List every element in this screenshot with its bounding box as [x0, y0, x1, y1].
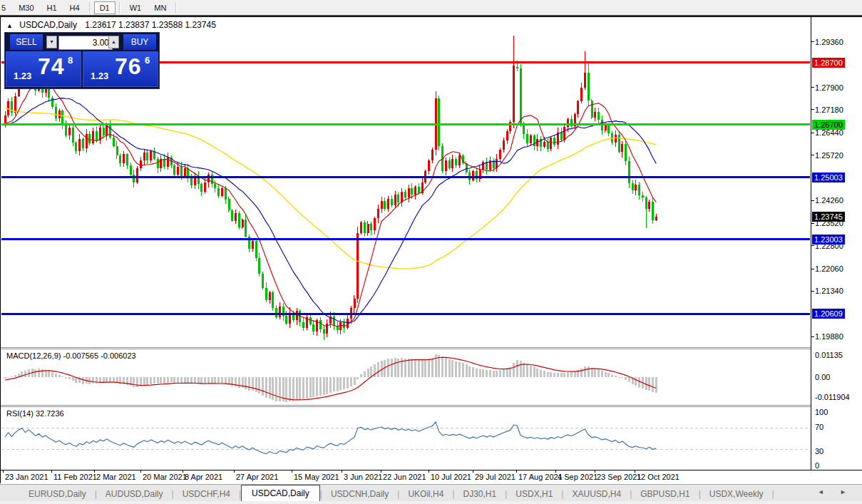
- price-tick-mark: [811, 155, 814, 155]
- toolbar-separator: [175, 2, 177, 13]
- date-tick-label: 17 Aug 2021: [518, 473, 563, 481]
- price-tick-label: 1.27180: [815, 106, 843, 114]
- timeframe-button-d1[interactable]: D1: [94, 1, 116, 14]
- date-tick-label: 4 Sep 2021: [558, 473, 597, 481]
- level-price-badge: 1.28700: [812, 58, 845, 68]
- macd-axis-label: 0.00: [815, 373, 830, 381]
- ohlc-values: 1.23617 1.23837 1.23588 1.23745: [85, 20, 216, 30]
- date-tick-mark: [342, 470, 342, 473]
- chart-tab-gbpusd-h1[interactable]: GBPUSD,H1: [632, 487, 698, 501]
- sell-price-box[interactable]: 1.23 74 8: [6, 51, 81, 87]
- panel-toggle-icon[interactable]: ▲: [6, 22, 13, 29]
- date-tick-mark: [234, 470, 235, 473]
- macd-label: MACD(12,26,9) -0.007565 -0.006023: [6, 351, 136, 360]
- price-tick-mark: [811, 245, 814, 246]
- price-tick-mark: [811, 223, 814, 224]
- rsi-axis-label: 70: [815, 423, 823, 431]
- sell-price-sup: 8: [68, 55, 73, 66]
- one-click-trading-panel: SELL ▼ ▲ BUY 1.23 74 8 1.23 76 6: [4, 32, 160, 89]
- date-axis[interactable]: 23 Jan 202111 Feb 20212 Mar 202120 Mar 2…: [1, 470, 862, 484]
- sell-price-small: 1.23: [14, 71, 31, 81]
- date-tick-mark: [292, 470, 292, 473]
- price-tick-mark: [811, 133, 814, 133]
- date-tick-mark: [3, 470, 4, 473]
- date-tick-mark: [473, 470, 473, 473]
- symbol-title: USDCAD,Daily: [19, 20, 77, 30]
- current-price-badge: 1.23745: [812, 212, 845, 222]
- rsi-indicator-pane[interactable]: [1, 408, 810, 470]
- date-tick-label: 10 Jul 2021: [431, 473, 471, 481]
- tab-scroll-arrows: ◄ ►: [818, 488, 853, 495]
- timeframe-button-h1[interactable]: H1: [41, 1, 63, 14]
- date-tick-mark: [635, 470, 635, 473]
- volume-input[interactable]: [58, 36, 113, 50]
- timeframe-button-h4[interactable]: H4: [64, 1, 86, 14]
- price-tick-mark: [811, 41, 814, 42]
- price-tick-mark: [811, 336, 814, 337]
- price-axis[interactable]: 1.293601.279001.271801.264401.257201.242…: [811, 17, 862, 470]
- chart-tab-usdchf-h4[interactable]: USDCHF,H4: [174, 487, 239, 501]
- timeframe-button-5[interactable]: 5: [0, 1, 11, 14]
- chart-tab-eurusd-daily[interactable]: EURUSD,Daily: [20, 487, 95, 501]
- volume-decrease-button[interactable]: ▼: [46, 36, 57, 48]
- date-tick-mark: [51, 470, 52, 473]
- price-tick-mark: [811, 200, 814, 201]
- date-tick-label: 8 Apr 2021: [185, 473, 222, 481]
- sell-button[interactable]: SELL: [10, 34, 43, 50]
- chart-tab-audusd-daily[interactable]: AUDUSD,Daily: [97, 487, 172, 501]
- date-tick-mark: [140, 470, 141, 473]
- macd-axis-label: -0.011904: [815, 393, 850, 401]
- date-tick-label: 29 Jul 2021: [475, 473, 515, 481]
- timeframe-toolbar: 5M30H1H4D1W1MN: [0, 0, 862, 15]
- price-tick-label: 1.19880: [815, 332, 843, 341]
- macd-axis-label: 0.01135: [815, 351, 843, 359]
- chart-window: ▲ USDCAD,Daily 1.23617 1.23837 1.23588 1…: [0, 16, 862, 483]
- chart-tab-xauusd-h4[interactable]: XAUUSD,H4: [563, 487, 630, 501]
- volume-increase-button[interactable]: ▲: [108, 36, 119, 48]
- timeframe-button-m30[interactable]: M30: [13, 1, 39, 14]
- timeframe-button-mn[interactable]: MN: [148, 1, 172, 14]
- date-tick-mark: [516, 470, 517, 473]
- rsi-axis-label: 100: [815, 408, 828, 416]
- price-tick-label: 1.25720: [815, 151, 843, 160]
- tab-scroll-left-icon[interactable]: ◄: [818, 488, 831, 495]
- pane-separator[interactable]: [1, 347, 862, 349]
- sell-price-big: 74: [38, 53, 65, 80]
- chart-tab-usdx-weekly[interactable]: USDX,Weekly: [701, 487, 772, 501]
- chart-tab-usdcad-daily[interactable]: USDCAD,Daily: [241, 485, 320, 501]
- price-tick-label: 1.22060: [815, 264, 843, 273]
- price-tick-label: 1.29360: [815, 38, 843, 46]
- date-tick-label: 3 Jun 2021: [344, 473, 382, 481]
- date-tick-label: 2 Mar 2021: [96, 473, 136, 481]
- chart-tab-bar: EURUSD,Daily|AUDUSD,Daily|USDCHF,H4|USDC…: [0, 484, 862, 501]
- rsi-axis-label: 30: [815, 447, 823, 456]
- level-price-badge: 1.26700: [812, 120, 845, 130]
- chart-tab-usdcnh-daily[interactable]: USDCNH,Daily: [322, 487, 397, 501]
- buy-price-box[interactable]: 1.23 76 6: [83, 51, 158, 87]
- chevron-down-icon: ▼: [49, 39, 54, 44]
- date-tick-label: 11 Feb 2021: [53, 473, 97, 481]
- chart-tab-usdx-h1[interactable]: USDX,H1: [507, 487, 561, 501]
- pane-separator[interactable]: [1, 405, 862, 407]
- rsi-line: [5, 422, 656, 454]
- date-tick-label: 15 May 2021: [294, 473, 339, 481]
- buy-button[interactable]: BUY: [123, 34, 156, 50]
- level-price-badge: 1.23003: [812, 235, 845, 245]
- chart-tab-ukoil-h4[interactable]: UKOil,H4: [399, 487, 452, 501]
- buy-price-big: 76: [115, 53, 142, 80]
- chart-tab-dj30-h1[interactable]: DJ30,H1: [455, 487, 506, 501]
- date-tick-mark: [381, 470, 381, 473]
- date-tick-mark: [183, 470, 183, 473]
- date-tick-mark: [94, 470, 95, 473]
- price-tick-mark: [811, 109, 814, 110]
- date-tick-label: 22 Jun 2021: [383, 473, 426, 481]
- date-tick-label: 23 Sep 2021: [597, 473, 641, 481]
- level-price-badge: 1.20609: [812, 309, 845, 319]
- chart-title: ▲ USDCAD,Daily 1.23617 1.23837 1.23588 1…: [6, 20, 216, 30]
- tab-separator: |: [772, 489, 774, 501]
- tab-scroll-right-icon[interactable]: ►: [840, 488, 853, 495]
- timeframe-button-w1[interactable]: W1: [124, 1, 148, 14]
- price-tick-label: 1.27900: [815, 83, 843, 92]
- date-tick-mark: [595, 470, 595, 473]
- date-tick-label: 23 Jan 2021: [5, 473, 48, 481]
